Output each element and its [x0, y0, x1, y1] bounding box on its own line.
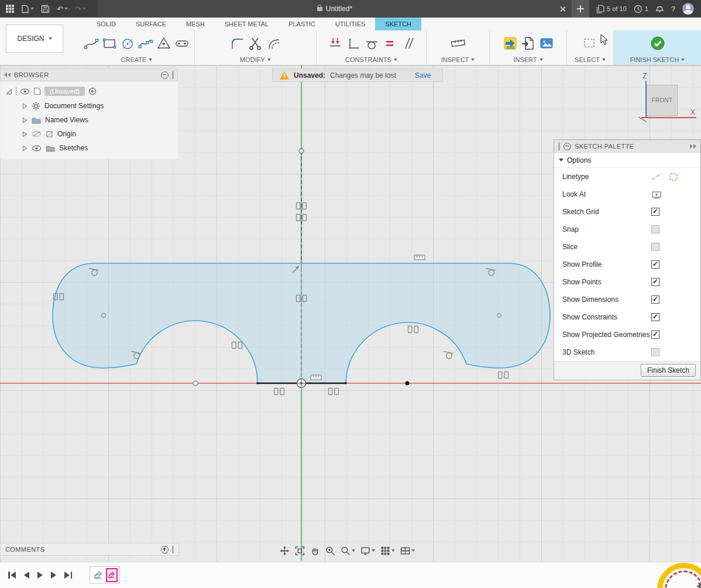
display-settings-icon[interactable] — [360, 546, 375, 556]
go-to-end-button[interactable] — [64, 572, 72, 579]
timeline-sketch-feature[interactable] — [92, 568, 104, 582]
insert-dxf-icon[interactable] — [521, 36, 536, 51]
fit-icon[interactable] — [295, 546, 305, 556]
look-at-icon[interactable] — [651, 190, 662, 199]
tab-mesh[interactable]: MESH — [176, 18, 215, 30]
centerline-linetype-icon[interactable] — [651, 172, 662, 181]
step-forward-button[interactable] — [51, 572, 56, 579]
sketch-grid-checkbox[interactable] — [651, 208, 659, 216]
trim-tool-icon[interactable] — [248, 36, 263, 51]
expand-arrow-icon[interactable] — [22, 117, 28, 123]
go-to-start-button[interactable] — [8, 572, 16, 579]
undo-icon[interactable]: ↶ — [54, 2, 70, 16]
step-back-button[interactable] — [24, 572, 29, 579]
show-profile-checkbox[interactable] — [651, 260, 659, 269]
3d-sketch-checkbox[interactable] — [651, 348, 659, 356]
offset-tool-icon[interactable] — [266, 36, 281, 51]
help-icon[interactable]: ? — [671, 5, 675, 13]
notifications-bell-icon[interactable] — [655, 4, 664, 15]
grid-settings-icon[interactable] — [380, 546, 395, 556]
construction-linetype-icon[interactable] — [669, 172, 678, 181]
fillet-tool-icon[interactable] — [230, 36, 245, 51]
constraints-menu[interactable]: CONSTRAINTS — [345, 56, 397, 65]
viewcube-front-face[interactable]: FRONT — [647, 85, 678, 116]
show-dimensions-checkbox[interactable] — [651, 295, 659, 304]
document-tab[interactable]: Untitled* — [98, 0, 572, 18]
play-button[interactable] — [37, 572, 43, 579]
show-points-checkbox[interactable] — [651, 278, 659, 286]
tab-sketch[interactable]: SKETCH — [375, 18, 421, 30]
insert-image-icon[interactable] — [539, 36, 554, 51]
add-comment-icon[interactable] — [161, 546, 169, 553]
browser-item-document-settings[interactable]: Document Settings — [0, 99, 178, 113]
panel-resize-grip[interactable] — [172, 71, 174, 79]
spline-tool-icon[interactable] — [138, 36, 153, 51]
palette-drag-grip[interactable] — [558, 143, 560, 150]
workspace-selector[interactable]: DESIGN — [6, 25, 63, 53]
new-tab-button[interactable] — [572, 0, 589, 18]
browser-item-origin[interactable]: Origin — [0, 127, 178, 141]
finish-sketch-check-icon[interactable] — [650, 36, 665, 51]
expand-palette-icon[interactable] — [690, 144, 696, 149]
show-projected-geometries-checkbox[interactable] — [651, 331, 659, 339]
finish-sketch-menu[interactable]: FINISH SKETCH — [630, 56, 685, 65]
redo-icon[interactable]: ↷ — [73, 2, 88, 16]
comments-panel[interactable]: COMMENTS — [0, 543, 179, 556]
save-icon[interactable] — [39, 2, 52, 16]
slot-tool-icon[interactable] — [174, 36, 190, 51]
insert-svg-icon[interactable]: SVG — [503, 36, 518, 51]
file-menu-icon[interactable] — [19, 2, 36, 16]
modify-menu[interactable]: MODIFY — [240, 56, 271, 65]
polygon-tool-icon[interactable] — [156, 36, 171, 51]
user-avatar[interactable] — [682, 3, 694, 15]
options-section-header[interactable]: Options — [554, 153, 700, 168]
pan-hand-icon[interactable] — [310, 546, 320, 556]
browser-root-item[interactable]: (Unsaved) — [0, 84, 178, 99]
equal-constraint-icon[interactable] — [382, 36, 397, 51]
measure-tool-icon[interactable] — [451, 36, 466, 51]
visibility-off-eye-icon[interactable] — [32, 130, 42, 137]
sketch-palette-header[interactable]: SKETCH PALETTE — [554, 140, 700, 153]
tab-plastic[interactable]: PLASTIC — [279, 18, 325, 30]
browser-header[interactable]: BROWSER — [0, 68, 178, 81]
tab-sheet-metal[interactable]: SHEET METAL — [215, 18, 279, 30]
expand-arrow-icon[interactable] — [22, 103, 28, 109]
parallel-constraint-icon[interactable] — [400, 36, 415, 51]
activate-target-icon[interactable] — [88, 87, 97, 95]
create-menu[interactable]: CREATE — [121, 56, 153, 65]
finish-sketch-button[interactable]: Finish Sketch — [641, 364, 696, 377]
visibility-eye-icon[interactable] — [32, 145, 42, 152]
show-constraints-checkbox[interactable] — [651, 313, 659, 321]
comments-resize-grip[interactable] — [172, 546, 174, 553]
minimize-palette-icon[interactable] — [563, 143, 571, 150]
coincident-constraint-icon[interactable] — [328, 36, 343, 51]
window-select-icon[interactable] — [583, 36, 598, 51]
app-grid-icon[interactable] — [4, 2, 16, 16]
rectangle-tool-icon[interactable] — [102, 36, 117, 51]
tangent-constraint-tool-icon[interactable] — [364, 36, 379, 51]
unsaved-document-label[interactable]: (Unsaved) — [44, 87, 85, 96]
viewcube[interactable]: Z FRONT X — [640, 72, 699, 126]
tab-utilities[interactable]: UTILITIES — [325, 18, 375, 30]
select-menu[interactable]: SELECT — [575, 56, 606, 65]
tab-surface[interactable]: SURFACE — [126, 18, 176, 30]
circle-tool-icon[interactable] — [120, 36, 135, 51]
browser-item-sketches[interactable]: Sketches — [0, 141, 178, 155]
browser-item-named-views[interactable]: Named Views — [0, 113, 178, 127]
insert-menu[interactable]: INSERT — [513, 56, 542, 65]
viewports-icon[interactable] — [400, 546, 415, 556]
visibility-eye-icon[interactable] — [20, 88, 30, 95]
slice-checkbox[interactable] — [651, 243, 659, 251]
save-link[interactable]: Save — [410, 71, 435, 80]
expand-arrow-icon[interactable] — [22, 131, 28, 137]
pan-icon[interactable] — [280, 546, 290, 556]
line-tool-icon[interactable] — [84, 36, 99, 51]
horizontal-vertical-constraint-icon[interactable] — [346, 36, 361, 51]
tab-solid[interactable]: SOLID — [87, 18, 126, 30]
timeline-active-sketch-feature[interactable] — [106, 568, 118, 582]
minimize-browser-icon[interactable] — [161, 71, 169, 79]
collapse-panel-icon[interactable] — [4, 73, 11, 77]
document-counter[interactable]: 5 of 10 — [596, 5, 627, 13]
zoom-icon[interactable] — [341, 546, 355, 556]
inspect-menu[interactable]: INSPECT — [441, 56, 475, 65]
